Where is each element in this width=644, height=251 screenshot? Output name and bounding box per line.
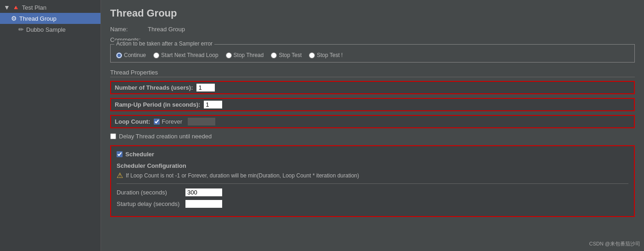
name-label: Name:: [110, 26, 142, 33]
delay-row: Delay Thread creation until needed: [110, 132, 635, 141]
radio-stop-test[interactable]: Stop Test: [271, 52, 302, 58]
radio-stop-test-label: Stop Test: [279, 52, 302, 58]
delay-checkbox[interactable]: [110, 133, 116, 139]
radio-continue-input[interactable]: [116, 52, 122, 58]
scheduler-header: Scheduler: [117, 151, 628, 158]
radio-stop-test-now-label: Stop Test !: [317, 52, 342, 58]
radio-continue-label: Continue: [124, 52, 146, 58]
page-title: Thread Group: [110, 7, 635, 19]
watermark: CSDN @来包番茄沙司: [589, 240, 640, 247]
test-plan-icon: ▼ 🔺: [4, 4, 20, 11]
radio-stop-thread-label: Stop Thread: [234, 52, 264, 58]
scheduler-warning: ⚠ If Loop Count is not -1 or Forever, du…: [117, 171, 628, 184]
sidebar-item-test-plan[interactable]: ▼ 🔺 Test Plan: [0, 2, 101, 13]
dubbo-sample-icon: ✏: [18, 26, 24, 33]
forever-checkbox[interactable]: [154, 119, 160, 125]
duration-field-row: Duration (seconds): [117, 188, 628, 196]
duration-label: Duration (seconds): [117, 189, 185, 196]
sampler-error-radio-row: Continue Start Next Thread Loop Stop Thr…: [116, 48, 629, 58]
sampler-error-box: Action to be taken after a Sampler error…: [110, 44, 635, 63]
radio-stop-test-input[interactable]: [271, 52, 277, 58]
ramp-up-label: Ramp-Up Period (in seconds):: [115, 101, 200, 108]
forever-label: Forever: [162, 118, 182, 125]
loop-count-row: Loop Count: Forever: [110, 115, 635, 128]
num-threads-input[interactable]: [196, 84, 215, 91]
radio-continue[interactable]: Continue: [116, 52, 146, 58]
warning-icon: ⚠: [117, 171, 123, 180]
scheduler-checkbox[interactable]: [117, 151, 123, 157]
radio-stop-test-now-input[interactable]: [309, 52, 315, 58]
radio-start-next[interactable]: Start Next Thread Loop: [153, 52, 218, 58]
duration-input[interactable]: [185, 188, 222, 196]
radio-start-next-input[interactable]: [153, 52, 159, 58]
radio-stop-thread[interactable]: Stop Thread: [226, 52, 264, 58]
ramp-up-row: Ramp-Up Period (in seconds):: [110, 98, 635, 111]
radio-stop-thread-input[interactable]: [226, 52, 232, 58]
sampler-error-legend: Action to be taken after a Sampler error: [114, 40, 214, 47]
sidebar-item-label-thread-group: Thread Group: [19, 15, 56, 22]
name-input[interactable]: [146, 25, 238, 34]
radio-stop-test-now[interactable]: Stop Test !: [309, 52, 342, 58]
radio-start-next-label: Start Next Thread Loop: [161, 52, 218, 58]
scheduler-box: Scheduler Scheduler Configuration ⚠ If L…: [110, 145, 635, 217]
main-content: Thread Group Name: Comments: Action to b…: [101, 0, 644, 251]
startup-delay-label: Startup delay (seconds): [117, 200, 185, 207]
thread-properties-title: Thread Properties: [110, 69, 635, 77]
sidebar-item-dubbo-sample[interactable]: ✏ Dubbo Sample: [0, 24, 101, 35]
loop-count-input[interactable]: [188, 118, 215, 126]
sidebar-item-thread-group[interactable]: ⚙ Thread Group: [0, 13, 101, 24]
scheduler-warning-text: If Loop Count is not -1 or Forever, dura…: [126, 172, 359, 179]
sidebar-item-label-dubbo-sample: Dubbo Sample: [26, 26, 66, 33]
name-field-row: Name:: [110, 25, 635, 34]
thread-group-icon: ⚙: [11, 15, 17, 22]
sidebar: ▼ 🔺 Test Plan ⚙ Thread Group ✏ Dubbo Sam…: [0, 0, 101, 251]
delay-label: Delay Thread creation until needed: [119, 133, 212, 140]
loop-count-label: Loop Count:: [115, 118, 150, 125]
startup-delay-input[interactable]: [185, 200, 222, 208]
scheduler-label: Scheduler: [125, 151, 154, 158]
scheduler-config-title: Scheduler Configuration: [117, 162, 628, 169]
startup-delay-field-row: Startup delay (seconds): [117, 200, 628, 208]
num-threads-row: Number of Threads (users):: [110, 81, 635, 94]
num-threads-label: Number of Threads (users):: [115, 84, 193, 91]
ramp-up-input[interactable]: [204, 101, 222, 108]
sidebar-item-label-test-plan: Test Plan: [22, 4, 46, 11]
